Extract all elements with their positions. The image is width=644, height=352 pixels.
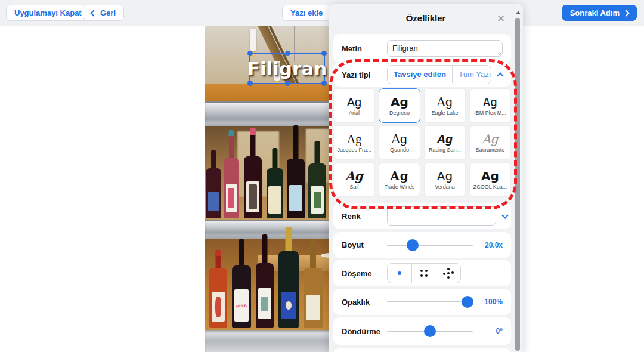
watermark-editor-app: Uygulamayı Kapat Geri Yazı ekle Sonraki …	[0, 0, 644, 352]
tiling-options	[387, 263, 461, 283]
font-tabs: Tavsiye edilen Tüm Yazı Tipleri	[387, 65, 491, 84]
font-option-trade-winds[interactable]: AgTrade Winds	[379, 162, 420, 197]
text-field-label: Metin	[342, 44, 387, 53]
close-icon: ✕	[497, 13, 505, 25]
bottle-label-text: PINK	[236, 302, 247, 308]
next-step-button[interactable]: Sonraki Adım	[562, 5, 637, 21]
bottle	[278, 227, 299, 328]
scatter-dots-icon	[447, 272, 450, 274]
opacity-slider-thumb[interactable]	[462, 296, 473, 308]
collapse-fonts-button[interactable]	[498, 72, 503, 78]
top-toolbar: Uygulamayı Kapat Geri Yazı ekle Sonraki …	[0, 0, 644, 26]
resize-handle-top-center[interactable]	[285, 51, 290, 56]
chevron-right-icon	[623, 10, 629, 16]
font-option-quando[interactable]: AgQuando	[379, 125, 420, 160]
rotation-slider[interactable]	[387, 325, 473, 338]
text-field-row: Metin Filigran	[333, 34, 511, 63]
add-text-label: Yazı ekle	[290, 8, 323, 17]
bottle	[308, 141, 326, 218]
panel-close-button[interactable]: ✕	[494, 12, 507, 25]
next-step-label: Sonraki Adım	[570, 8, 620, 17]
watermark-selection-box[interactable]: Filigran	[249, 53, 325, 84]
font-type-row: Yazı tipi Tavsiye edilen Tüm Yazı Tipler…	[333, 63, 511, 87]
ceiling-light	[250, 29, 256, 51]
back-button[interactable]: Geri	[83, 5, 124, 21]
chevron-up-icon	[497, 72, 503, 79]
tab-recommended[interactable]: Tavsiye edilen	[388, 66, 452, 83]
watermark-text: Filigran	[247, 58, 327, 79]
opacity-row: Opaklık 100%	[333, 289, 511, 315]
font-option-verdana[interactable]: AgVerdana	[424, 162, 466, 197]
grid-dots-icon	[420, 270, 423, 272]
size-slider-thumb[interactable]	[407, 239, 419, 251]
size-row: Boyut 20.0x	[333, 232, 511, 258]
font-option-degreco[interactable]: AgDegreco	[379, 88, 420, 123]
font-option-jacques-francois[interactable]: AgJacques Fra...	[333, 125, 375, 160]
bottle	[304, 239, 323, 328]
tiling-option-grid[interactable]	[411, 264, 436, 283]
bottle	[206, 150, 221, 218]
bottle	[287, 125, 305, 218]
text-input[interactable]: Filigran	[387, 40, 503, 57]
resize-handle-bottom-left[interactable]	[247, 81, 253, 86]
tiling-option-scatter[interactable]	[436, 264, 460, 283]
tiling-row: Döşeme	[333, 260, 511, 286]
font-option-sail[interactable]: AgSail	[333, 162, 375, 197]
bottle	[224, 130, 239, 218]
font-option-eagle-lake[interactable]: AgEagle Lake	[424, 88, 466, 123]
rotation-label: Döndürme	[342, 327, 387, 336]
resize-handle-top-right[interactable]	[321, 51, 327, 56]
scrollbar-thumb[interactable]	[515, 18, 520, 351]
single-dot-icon	[398, 271, 401, 275]
size-slider[interactable]	[387, 239, 473, 252]
tiling-label: Döşeme	[342, 269, 387, 278]
opacity-value: 100%	[478, 298, 503, 306]
bottle	[267, 148, 283, 218]
size-value: 20.0x	[478, 241, 503, 249]
resize-handle-bottom-center[interactable]	[285, 81, 290, 86]
font-type-label: Yazı tipi	[342, 70, 387, 79]
chevron-down-icon	[501, 212, 508, 218]
tiling-option-single[interactable]	[388, 264, 411, 283]
color-row: Renk	[333, 203, 511, 229]
bottle	[209, 250, 227, 328]
color-input[interactable]	[387, 206, 496, 226]
chevron-left-icon	[90, 10, 97, 16]
expand-color-button[interactable]	[503, 215, 507, 218]
bottle: PINK	[232, 239, 251, 328]
font-option-arial[interactable]: AgArial	[333, 88, 375, 123]
scroll-up-arrow-icon[interactable]	[516, 11, 521, 14]
properties-panel: Özellikler ✕ Metin Filigran Yazı tipi Ta…	[329, 4, 523, 352]
rotation-row: Döndürme 0°	[333, 317, 511, 345]
bottle	[256, 234, 274, 328]
size-slider-track[interactable]	[387, 245, 473, 246]
resize-handle-top-left[interactable]	[247, 51, 253, 56]
resize-handle-bottom-right[interactable]	[321, 81, 327, 86]
font-option-racing-sans[interactable]: AgRacing San...	[424, 125, 466, 160]
rotation-value: 0°	[478, 327, 503, 335]
size-label: Boyut	[342, 240, 387, 249]
tab-all-fonts[interactable]: Tüm Yazı Tipleri	[452, 66, 491, 83]
font-option-sacramento[interactable]: AgSacramento	[469, 125, 511, 160]
opacity-label: Opaklık	[342, 298, 387, 307]
opacity-slider-track[interactable]	[387, 301, 473, 302]
close-app-label: Uygulamayı Kapat	[14, 8, 82, 17]
next-section-card	[333, 348, 511, 352]
font-option-zcool[interactable]: AgZCOOL Kua...	[469, 162, 511, 197]
color-label: Renk	[342, 212, 387, 221]
font-option-ibm-plex[interactable]: AgIBM Plex M...	[469, 88, 511, 123]
back-label: Geri	[100, 8, 116, 17]
opacity-slider[interactable]	[387, 295, 473, 308]
bottle	[244, 128, 262, 218]
add-text-button[interactable]: Yazı ekle	[282, 5, 331, 21]
rotation-slider-thumb[interactable]	[424, 325, 436, 337]
panel-scrollbar	[514, 7, 522, 352]
close-app-button[interactable]: Uygulamayı Kapat	[6, 5, 90, 21]
